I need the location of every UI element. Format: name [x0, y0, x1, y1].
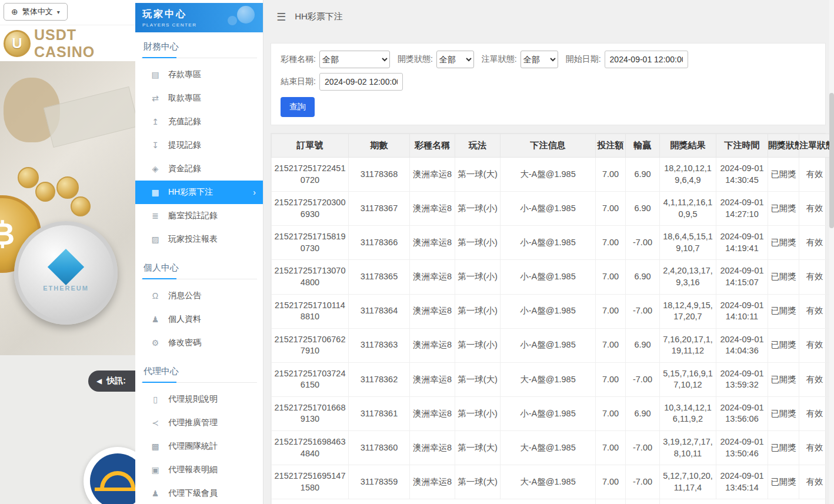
cell-win-loss: -7.00 — [626, 226, 660, 260]
caret-down-icon: ▾ — [57, 9, 60, 15]
cell-draw-status: 已開獎 — [768, 294, 799, 328]
chevron-right-icon: › — [253, 188, 256, 197]
cell-draw-result: 2,4,20,13,17,9,3,16 — [660, 260, 716, 294]
language-label: 繁体中文 — [22, 6, 53, 17]
page-title: HH彩票下注 — [295, 11, 343, 22]
sidebar-item-agent-team-stats[interactable]: ▩ 代理團隊統計 › — [135, 435, 263, 458]
query-button[interactable]: 查詢 — [281, 97, 315, 117]
sidebar-item-recharge-record[interactable]: ↥ 充值記錄 › — [135, 110, 263, 133]
table-row[interactable]: 2152172517016689130 31178361 澳洲幸运8 第一球(小… — [272, 396, 830, 430]
sidebar-item-change-password[interactable]: ⚙ 修改密碼 › — [135, 331, 263, 355]
cell-lottery-name: 澳洲幸运8 — [410, 192, 455, 226]
cell-order-status: 有效 — [799, 260, 830, 294]
table-row[interactable]: 2152172517158190730 31178366 澳洲幸运8 第一球(小… — [272, 226, 830, 260]
cell-draw-result: 5,12,7,10,20,11,17,4 — [660, 465, 716, 499]
cell-lottery-name: 澳洲幸运8 — [410, 431, 455, 465]
cell-order-status: 有效 — [799, 362, 830, 396]
column-header: 玩法 — [455, 134, 501, 158]
sidebar-item-player-bet-report[interactable]: ▨ 玩家投注報表 › — [135, 228, 263, 251]
cell-play-type: 第一球(大) — [455, 465, 501, 499]
draw-status-select[interactable]: 全部 — [436, 51, 474, 68]
cell-win-loss: 6.90 — [626, 158, 660, 192]
start-date-input[interactable] — [605, 51, 688, 68]
cell-bet-info: 小-A盤@1.985 — [501, 328, 596, 362]
cell-win-loss: -7.00 — [626, 431, 660, 465]
table-row[interactable]: 2152172517101148810 31178364 澳洲幸运8 第一球(小… — [272, 294, 830, 328]
content: 彩種名稱: 全部 開獎狀態: 全部 注單狀態: 全 — [263, 34, 834, 504]
deposit-icon: ▤ — [151, 70, 160, 79]
table-row[interactable]: 2152172517037246150 31178362 澳洲幸运8 第一球(大… — [272, 362, 830, 396]
cell-lottery-name: 澳洲幸运8 — [410, 465, 455, 499]
cell-period: 31178364 — [349, 294, 410, 328]
cell-draw-result: 18,6,4,5,15,19,10,7 — [660, 226, 716, 260]
sidebar-item-label: 代理團隊統計 — [168, 441, 218, 452]
sidebar-item-withdrawal-record[interactable]: ↧ 提現記錄 › — [135, 133, 263, 157]
sidebar-item-withdraw[interactable]: ⇄ 取款專區 › — [135, 86, 263, 110]
sidebar-item-room-bet-record[interactable]: ≣ 廳室投註記錄 › — [135, 204, 263, 228]
sidebar-item-label: HH彩票下注 — [168, 187, 213, 198]
sidebar-item-funds-record[interactable]: ◈ 資金記錄 › — [135, 157, 263, 181]
sidebar-item-label: 個人資料 — [168, 314, 201, 325]
column-header: 下注信息 — [501, 134, 596, 158]
sidebar-section: 代理中心 ▯ 代理規則說明 › ≺ 代理推廣管理 › ▩ 代理團隊統計 › ▣ … — [135, 357, 263, 504]
column-header: 訂單號 — [272, 134, 349, 158]
cell-bet-info: 大-A盤@1.985 — [501, 431, 596, 465]
table-row[interactable]: 2152172517130704800 31178365 澳洲幸运8 第一球(小… — [272, 260, 830, 294]
site-logo[interactable]: U USDT CASINO — [0, 25, 135, 61]
cell-bet-info: 小-A盤@1.985 — [501, 294, 596, 328]
cell-draw-result: 4,1,11,2,16,10,9,5 — [660, 192, 716, 226]
cell-period: 31178367 — [349, 192, 410, 226]
cell-bet-amount: 7.00 — [596, 192, 626, 226]
scrollbar-thumb[interactable] — [829, 93, 834, 228]
menu-toggle-icon[interactable]: ☰ — [276, 11, 286, 24]
cell-bet-time: 2024-09-01 14:04:36 — [716, 328, 768, 362]
sidebar-item-agent-report-detail[interactable]: ▣ 代理報表明細 › — [135, 458, 263, 482]
speaker-icon: ◀ — [96, 377, 102, 385]
cell-win-loss: 6.90 — [626, 396, 660, 430]
end-date-input[interactable] — [319, 73, 403, 91]
cell-bet-time: 2024-09-01 14:19:41 — [716, 226, 768, 260]
cell-draw-result: 18,2,10,12,19,6,4,9 — [660, 158, 716, 192]
order-status-select[interactable]: 全部 — [521, 51, 558, 68]
bridge-deck-decoration — [95, 488, 135, 491]
sidebar-item-announcements[interactable]: Ω 消息公告 › — [135, 284, 263, 308]
ball-decoration-small — [228, 16, 237, 25]
cell-period: 31178362 — [349, 362, 410, 396]
ethereum-coin: ETHEREUM — [14, 221, 118, 325]
sidebar-item-agent-rules[interactable]: ▯ 代理規則說明 › — [135, 388, 263, 411]
cell-draw-result: 5,15,7,16,9,17,10,12 — [660, 362, 716, 396]
ticker-label: 快訊: — [106, 376, 126, 386]
scrollbar[interactable] — [829, 0, 834, 504]
sidebar-item-profile[interactable]: ♟ 個人資料 › — [135, 308, 263, 331]
cell-draw-result: 10,3,14,12,16,11,9,2 — [660, 396, 716, 430]
table-row[interactable]: 2152172517224510720 31178368 澳洲幸运8 第一球(大… — [272, 158, 830, 192]
lottery-name-select[interactable]: 全部 — [319, 51, 390, 68]
sidebar-item-deposit[interactable]: ▤ 存款專區 › — [135, 63, 263, 86]
cell-draw-status: 已開獎 — [768, 362, 799, 396]
globe-icon: ⊕ — [11, 7, 18, 16]
column-header: 彩種名稱 — [410, 134, 455, 158]
sidebar-item-agent-sub-members[interactable]: ♟ 代理下級會員 › — [135, 482, 263, 504]
sidebar-item-label: 代理報表明細 — [168, 465, 218, 475]
cell-draw-status: 已開獎 — [768, 192, 799, 226]
cell-bet-time: 2024-09-01 13:59:32 — [716, 362, 768, 396]
news-ticker-button[interactable]: ◀ 快訊: — [88, 371, 135, 392]
table-row[interactable]: 2152172516951471580 31178359 澳洲幸运8 第一球(大… — [272, 465, 830, 499]
gold-coin-decoration — [56, 176, 79, 199]
sidebar-item-lottery-bets[interactable]: ▦ HH彩票下注 › — [135, 181, 263, 204]
cell-draw-status: 已開獎 — [768, 328, 799, 362]
table-row[interactable]: 2152172516984634840 31178360 澳洲幸运8 第一球(大… — [272, 431, 830, 465]
sidebar-item-agent-promotion[interactable]: ≺ 代理推廣管理 › — [135, 411, 263, 435]
cell-bet-amount: 7.00 — [596, 158, 626, 192]
cell-draw-status: 已開獎 — [768, 226, 799, 260]
table-header-row: 訂單號期數彩種名稱玩法下注信息投注額輸贏開獎結果下注時間開獎狀態注單狀態 — [272, 134, 830, 158]
cell-bet-amount: 7.00 — [596, 294, 626, 328]
table-row[interactable]: 2152172517067627910 31178363 澳洲幸运8 第一球(小… — [272, 328, 830, 362]
table-row[interactable]: 2152172517203006930 31178367 澳洲幸运8 第一球(小… — [272, 192, 830, 226]
cell-order-no: 2152172517130704800 — [272, 260, 349, 294]
cell-order-no: 2152172517101148810 — [272, 294, 349, 328]
language-selector[interactable]: ⊕ 繁体中文 ▾ — [4, 3, 68, 21]
password-gear-icon: ⚙ — [151, 338, 160, 348]
cell-play-type: 第一球(大) — [455, 431, 501, 465]
cell-bet-amount: 7.00 — [596, 260, 626, 294]
